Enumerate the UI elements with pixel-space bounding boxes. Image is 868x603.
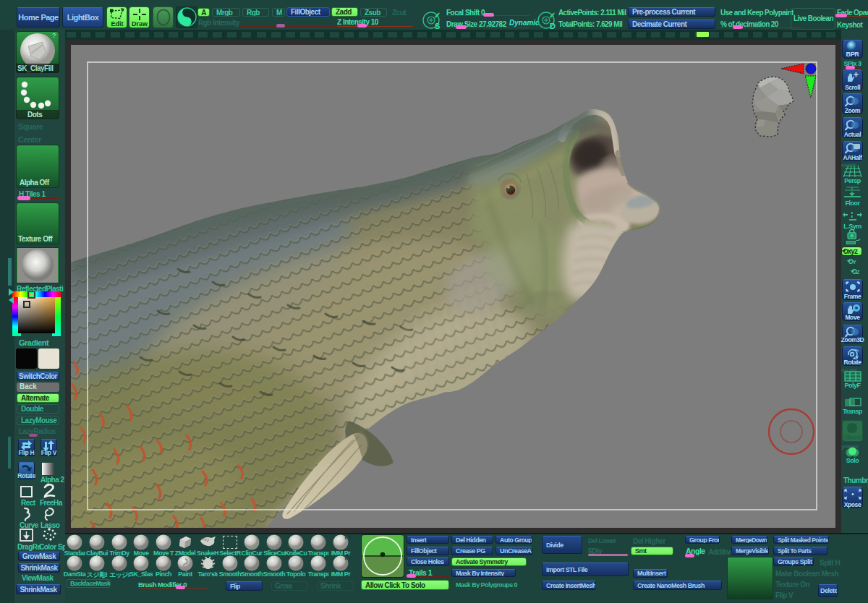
- svg-text:S: S: [435, 22, 440, 30]
- svg-text:D: D: [550, 22, 556, 30]
